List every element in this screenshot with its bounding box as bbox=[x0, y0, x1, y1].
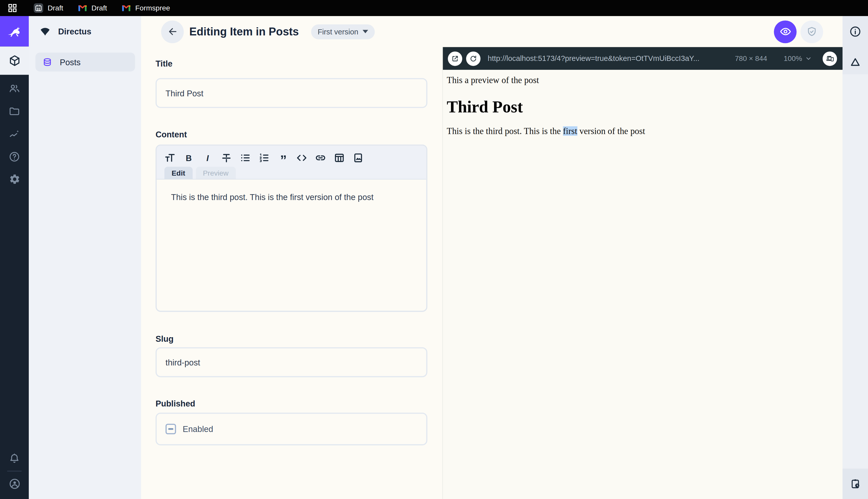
calendar-icon: 31 bbox=[34, 3, 43, 13]
right-sidebar bbox=[843, 16, 868, 499]
format-size-icon[interactable] bbox=[165, 153, 176, 163]
code-icon[interactable] bbox=[296, 153, 307, 163]
preview-url[interactable]: http://localhost:5173/4?preview=true&tok… bbox=[488, 54, 731, 63]
slug-input[interactable]: third-post bbox=[155, 348, 427, 377]
item-form: Title Third Post Content B I bbox=[141, 47, 442, 499]
bulleted-list-icon[interactable] bbox=[240, 153, 251, 163]
preview-body-text: This is the third post. This is the firs… bbox=[447, 125, 832, 137]
field-label-content: Content bbox=[155, 130, 427, 139]
field-label-slug: Slug bbox=[155, 334, 427, 343]
strikethrough-icon[interactable] bbox=[221, 153, 232, 163]
markdown-editor: B I ” bbox=[155, 145, 427, 312]
browser-tab-bar: 31 Draft Draft Formspree bbox=[0, 0, 868, 16]
module-bar bbox=[0, 16, 29, 499]
content-row: Title Third Post Content B I bbox=[141, 47, 843, 499]
bold-icon[interactable]: B bbox=[183, 153, 194, 163]
editor-toolbar: B I ” bbox=[156, 146, 426, 180]
checkbox-label: Enabled bbox=[183, 424, 213, 434]
gmail-icon bbox=[122, 4, 131, 11]
info-button[interactable] bbox=[844, 20, 867, 42]
directus-app: Directus Posts Editing Item in Posts Fir… bbox=[0, 16, 868, 499]
app-grid-icon[interactable] bbox=[9, 4, 17, 12]
directus-rabbit-logo[interactable] bbox=[0, 16, 29, 47]
browser-tab-formspree[interactable]: Formspree bbox=[122, 4, 170, 12]
preview-intro-text: This a preview of the post bbox=[447, 74, 832, 86]
content-textarea[interactable]: This is the third post. This is the firs… bbox=[156, 180, 426, 311]
browser-tab-draft-gmail[interactable]: Draft bbox=[78, 4, 107, 12]
tab-preview[interactable]: Preview bbox=[196, 167, 236, 179]
responsive-devices-button[interactable] bbox=[823, 51, 837, 66]
triangle-button[interactable] bbox=[844, 51, 867, 73]
highlighted-word: first bbox=[563, 126, 577, 136]
sidebar-section-top bbox=[843, 16, 868, 74]
sidebar-item-posts[interactable]: Posts bbox=[35, 52, 135, 71]
sidebar-item-label: Posts bbox=[60, 57, 81, 67]
version-label: First version bbox=[318, 27, 358, 36]
revisions-clipboard-clock-icon bbox=[850, 478, 861, 490]
indeterminate-checkbox[interactable] bbox=[165, 424, 176, 434]
numbered-list-icon[interactable] bbox=[259, 153, 269, 163]
link-icon[interactable] bbox=[315, 153, 326, 163]
module-settings-gear-icon[interactable] bbox=[0, 168, 29, 191]
preview-heading: Third Post bbox=[447, 95, 832, 119]
title-input[interactable]: Third Post bbox=[155, 78, 427, 108]
preview-iframe-content: This a preview of the post Third Post Th… bbox=[443, 70, 843, 499]
shield-check-button[interactable] bbox=[801, 20, 823, 43]
module-files-folder-icon[interactable] bbox=[0, 100, 29, 122]
zoom-value: 100% bbox=[784, 54, 802, 63]
open-external-link-button[interactable] bbox=[448, 51, 462, 66]
notifications-bell-icon[interactable] bbox=[0, 447, 29, 470]
tab-label: Formspree bbox=[135, 4, 170, 12]
main-area: Editing Item in Posts First version Titl… bbox=[141, 16, 843, 499]
browser-tab-draft-calendar[interactable]: 31 Draft bbox=[34, 3, 63, 13]
image-icon[interactable] bbox=[352, 153, 363, 163]
table-icon[interactable] bbox=[334, 153, 345, 163]
live-preview-panel: http://localhost:5173/4?preview=true&tok… bbox=[442, 47, 843, 499]
blockquote-icon[interactable]: ” bbox=[277, 153, 288, 163]
project-name: Directus bbox=[58, 26, 91, 36]
preview-toolbar: http://localhost:5173/4?preview=true&tok… bbox=[443, 47, 843, 70]
chevron-down-icon bbox=[805, 55, 812, 61]
module-bar-divider bbox=[7, 471, 22, 471]
version-dropdown[interactable]: First version bbox=[311, 24, 375, 39]
user-avatar-icon[interactable] bbox=[0, 473, 29, 495]
module-help-icon[interactable] bbox=[0, 145, 29, 168]
tab-edit[interactable]: Edit bbox=[165, 167, 192, 179]
module-insights-icon[interactable] bbox=[0, 122, 29, 145]
editor-tabs: Edit Preview bbox=[165, 167, 419, 179]
back-button[interactable] bbox=[161, 20, 184, 43]
chevron-down-icon bbox=[363, 30, 368, 33]
project-header[interactable]: Directus bbox=[29, 16, 141, 47]
revisions-button[interactable] bbox=[843, 469, 868, 499]
refresh-button[interactable] bbox=[466, 51, 481, 66]
tab-label: Draft bbox=[91, 4, 107, 12]
gmail-icon bbox=[78, 4, 87, 11]
directus-mark-icon bbox=[39, 25, 51, 37]
minus-icon bbox=[168, 428, 174, 430]
published-field: Enabled bbox=[155, 413, 427, 445]
zoom-dropdown[interactable]: 100% bbox=[784, 54, 812, 63]
database-icon bbox=[42, 57, 52, 67]
field-label-title: Title bbox=[155, 59, 427, 68]
italic-icon[interactable]: I bbox=[202, 153, 213, 163]
tab-label: Draft bbox=[48, 4, 63, 12]
field-label-published: Published bbox=[155, 399, 427, 408]
page-title: Editing Item in Posts bbox=[189, 25, 299, 38]
calendar-day-number: 31 bbox=[34, 8, 43, 11]
preview-dimensions: 780 × 844 bbox=[735, 54, 767, 63]
live-preview-eye-button[interactable] bbox=[774, 20, 797, 43]
screen: 31 Draft Draft Formspree bbox=[0, 0, 868, 499]
page-header: Editing Item in Posts First version bbox=[141, 16, 843, 47]
module-users-icon[interactable] bbox=[0, 77, 29, 100]
module-content-cube-icon[interactable] bbox=[0, 47, 29, 75]
navigation-sidebar: Directus Posts bbox=[29, 16, 141, 499]
